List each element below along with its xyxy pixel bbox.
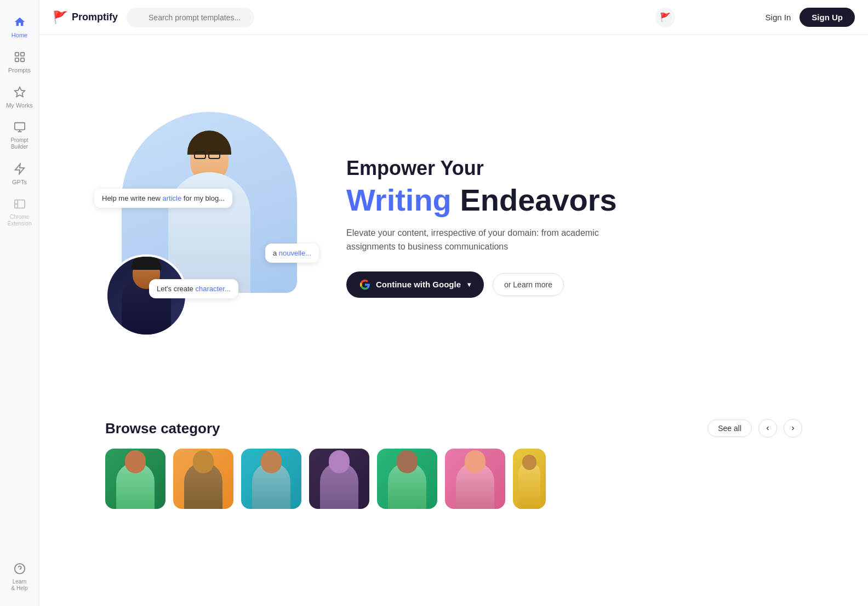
svg-rect-3 bbox=[20, 58, 24, 61]
sidebar-item-gpts[interactable]: GPTs bbox=[0, 156, 39, 191]
cat-person-2 bbox=[173, 449, 233, 509]
sidebar-item-learn-help[interactable]: Learn& Help bbox=[0, 556, 39, 597]
category-row bbox=[105, 449, 802, 509]
category-card-4[interactable] bbox=[309, 449, 369, 509]
svg-rect-1 bbox=[20, 53, 24, 56]
category-card-3[interactable] bbox=[241, 449, 301, 509]
sidebar-gpts-label: GPTs bbox=[12, 179, 27, 185]
cat-person-6 bbox=[445, 449, 505, 509]
next-category-button[interactable] bbox=[784, 419, 802, 438]
home-icon bbox=[12, 14, 27, 30]
hero-text: Empower Your Writing Endeavors Elevate y… bbox=[346, 156, 802, 298]
google-signin-button[interactable]: Continue with Google ▾ bbox=[346, 271, 484, 298]
hero-title: Writing Endeavors bbox=[346, 183, 802, 217]
chat-bubble-2: a nouvelle... bbox=[265, 243, 319, 263]
category-card-5[interactable] bbox=[377, 449, 437, 509]
sidebar-item-chrome-extension[interactable]: ChromeExtension bbox=[0, 191, 39, 233]
sidebar-item-my-works[interactable]: My Works bbox=[0, 79, 39, 114]
svg-rect-0 bbox=[15, 53, 18, 56]
sign-in-button[interactable]: Sign In bbox=[766, 13, 791, 22]
cat-person-5 bbox=[377, 449, 437, 509]
hero-title-endeavors2: Endeavors bbox=[460, 183, 616, 217]
sidebar-item-prompt-builder[interactable]: PromptBuilder bbox=[0, 114, 39, 156]
hero-description: Elevate your content, irrespective of yo… bbox=[346, 226, 642, 254]
cat-person-7 bbox=[513, 449, 546, 509]
google-icon bbox=[359, 279, 370, 290]
learn-more-button[interactable]: or Learn more bbox=[493, 273, 564, 296]
sign-up-button[interactable]: Sign Up bbox=[800, 8, 855, 27]
flag-button[interactable]: 🚩 bbox=[655, 8, 675, 27]
hero-title-writing: Writing bbox=[346, 183, 452, 217]
sidebar-learn-help-label: Learn& Help bbox=[11, 579, 27, 592]
sidebar-item-home[interactable]: Home bbox=[0, 9, 39, 44]
gpts-icon bbox=[12, 161, 27, 177]
browse-header: Browse category See all bbox=[105, 419, 802, 438]
chevron-right-icon bbox=[790, 425, 796, 432]
prompts-icon bbox=[12, 49, 27, 65]
browse-section: Browse category See all bbox=[39, 408, 868, 525]
sidebar-prompt-builder-label: PromptBuilder bbox=[10, 137, 28, 150]
header: 🚩 Promptify 🚩 Sign In Sign Up bbox=[39, 0, 868, 35]
category-card-6[interactable] bbox=[445, 449, 505, 509]
logo-icon: 🚩 bbox=[53, 10, 67, 25]
chat-bubble-3: Let's create character... bbox=[149, 279, 238, 298]
my-works-icon bbox=[12, 84, 27, 100]
chrome-extension-icon bbox=[12, 196, 27, 212]
chevron-left-icon bbox=[764, 425, 771, 432]
chevron-down-icon: ▾ bbox=[467, 281, 471, 288]
cat-person-1 bbox=[105, 449, 165, 509]
sidebar: Home Prompts My Works P bbox=[0, 0, 39, 606]
browse-controls: See all bbox=[707, 419, 802, 438]
cat-person-4 bbox=[309, 449, 369, 509]
sidebar-chrome-label: ChromeExtension bbox=[8, 214, 32, 227]
logo[interactable]: 🚩 Promptify bbox=[53, 10, 118, 25]
sidebar-home-label: Home bbox=[12, 32, 27, 38]
hero-subtitle: Empower Your bbox=[346, 156, 802, 180]
see-all-button[interactable]: See all bbox=[707, 420, 752, 437]
sidebar-my-works-label: My Works bbox=[6, 102, 33, 109]
category-card-2[interactable] bbox=[173, 449, 233, 509]
hero-visual: Help me write new article for my blog...… bbox=[105, 112, 313, 342]
category-card-7[interactable] bbox=[513, 449, 546, 509]
content-area: Help me write new article for my blog...… bbox=[39, 35, 868, 606]
svg-rect-5 bbox=[14, 123, 24, 130]
chat-bubble-1: Help me write new article for my blog... bbox=[94, 189, 232, 208]
svg-marker-4 bbox=[14, 87, 24, 97]
logo-text: Promptify bbox=[72, 12, 118, 23]
cat-person-3 bbox=[241, 449, 301, 509]
category-card-1[interactable] bbox=[105, 449, 165, 509]
sidebar-item-prompts[interactable]: Prompts bbox=[0, 44, 39, 79]
help-icon bbox=[12, 561, 27, 576]
sidebar-prompts-label: Prompts bbox=[8, 67, 31, 73]
main-content: 🚩 Promptify 🚩 Sign In Sign Up bbox=[39, 0, 868, 606]
browse-title: Browse category bbox=[105, 420, 220, 437]
sidebar-bottom: Learn& Help bbox=[0, 556, 39, 597]
prompt-builder-icon bbox=[12, 120, 27, 135]
google-btn-label: Continue with Google bbox=[376, 280, 461, 289]
header-right: Sign In Sign Up bbox=[766, 8, 855, 27]
prev-category-button[interactable] bbox=[758, 419, 777, 438]
hero-actions: Continue with Google ▾ or Learn more bbox=[346, 271, 802, 298]
search-input[interactable] bbox=[127, 8, 254, 27]
svg-rect-2 bbox=[15, 58, 18, 61]
hero-section: Help me write new article for my blog...… bbox=[39, 35, 868, 408]
search-wrap bbox=[127, 8, 565, 27]
